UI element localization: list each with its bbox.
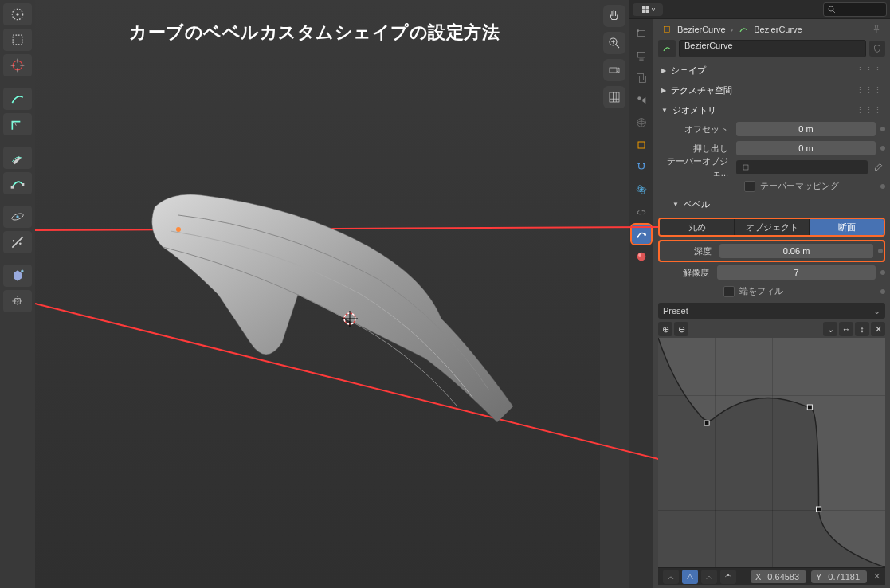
navigate-pan-icon[interactable] bbox=[603, 5, 625, 27]
svg-point-48 bbox=[644, 233, 646, 236]
section-texture-space[interactable]: ▶テクスチャ空間⋮⋮⋮ bbox=[658, 80, 885, 100]
fill-caps-checkbox[interactable] bbox=[723, 286, 735, 297]
breadcrumb-data: BezierCurve bbox=[754, 25, 802, 34]
arrows-v-icon[interactable]: ↕ bbox=[855, 322, 869, 336]
offset-input[interactable]: 0 m bbox=[736, 122, 876, 136]
offset-label: オフセット bbox=[658, 123, 735, 135]
tool-pen[interactable] bbox=[3, 147, 32, 169]
properties-tabs bbox=[629, 19, 653, 588]
bevel-mode-profile[interactable]: 断面 bbox=[810, 219, 884, 235]
section-geometry[interactable]: ▼ジオメトリ⋮⋮⋮ bbox=[658, 100, 885, 120]
navigate-zoom-icon[interactable] bbox=[603, 32, 625, 54]
beveled-curve-mesh bbox=[139, 183, 585, 438]
svg-point-47 bbox=[637, 236, 639, 238]
curve-datablock-icon[interactable] bbox=[658, 40, 676, 57]
svg-rect-32 bbox=[642, 10, 645, 13]
anim-dot[interactable] bbox=[880, 127, 885, 131]
bevel-preset-dropdown[interactable]: Preset ⌄ bbox=[658, 303, 885, 319]
point-x-input[interactable]: X0.64583 bbox=[751, 570, 806, 583]
resolution-input[interactable]: 7 bbox=[717, 265, 876, 280]
svg-rect-24 bbox=[610, 68, 617, 73]
section-bevel[interactable]: ▼ベベル bbox=[658, 194, 885, 214]
tab-viewlayer-icon[interactable] bbox=[632, 69, 651, 88]
anim-dot[interactable] bbox=[880, 289, 885, 294]
snap-free-icon[interactable] bbox=[663, 570, 679, 584]
properties-header: v bbox=[629, 0, 890, 19]
anim-dot[interactable] bbox=[880, 184, 885, 189]
bevel-mode-tabs: 丸め オブジェクト 断面 bbox=[658, 218, 885, 237]
tool-tilt[interactable] bbox=[3, 206, 32, 228]
point-y-input[interactable]: Y0.71181 bbox=[811, 570, 867, 583]
taper-mapping-checkbox[interactable] bbox=[744, 181, 755, 192]
tool-curve-edit[interactable] bbox=[3, 172, 32, 194]
bevel-profile-curve[interactable] bbox=[658, 338, 885, 567]
editor-type-dropdown[interactable]: v bbox=[633, 3, 663, 16]
svg-point-41 bbox=[637, 96, 641, 100]
properties-search[interactable] bbox=[823, 2, 887, 17]
tool-draw[interactable] bbox=[3, 88, 32, 110]
zoom-out-icon[interactable]: ⊖ bbox=[674, 322, 688, 336]
svg-point-34 bbox=[829, 6, 833, 11]
anim-dot[interactable] bbox=[880, 270, 885, 275]
svg-point-50 bbox=[638, 253, 641, 257]
snap-auto-icon[interactable] bbox=[720, 570, 736, 584]
depth-label: 深度 bbox=[661, 245, 718, 257]
taper-object-input[interactable] bbox=[736, 160, 868, 174]
extrude-input[interactable]: 0 m bbox=[736, 141, 876, 155]
taper-mapping-label: テーパーマッピング bbox=[760, 180, 839, 192]
tab-render-icon[interactable] bbox=[632, 24, 651, 43]
object-icon bbox=[661, 24, 672, 35]
tool-measure[interactable] bbox=[3, 113, 32, 135]
navigate-camera-icon[interactable] bbox=[603, 59, 625, 81]
tab-constraints-icon[interactable] bbox=[632, 202, 651, 221]
breadcrumb-object: BezierCurve bbox=[677, 25, 726, 34]
snap-grid-icon[interactable] bbox=[701, 570, 717, 584]
bevel-mode-round[interactable]: 丸め bbox=[660, 219, 735, 235]
curve-widget-toolbar: ⊕ ⊖ ⌄ ↔ ↕ ✕ bbox=[658, 320, 885, 338]
svg-rect-39 bbox=[637, 74, 644, 80]
tab-world-icon[interactable] bbox=[632, 113, 651, 132]
depth-input[interactable]: 0.06 m bbox=[719, 244, 873, 258]
arrows-h-icon[interactable]: ↔ bbox=[839, 322, 853, 336]
svg-rect-8 bbox=[11, 186, 14, 188]
tab-material-icon[interactable] bbox=[632, 247, 651, 266]
svg-point-11 bbox=[16, 215, 18, 218]
tool-add-primitive[interactable] bbox=[3, 265, 32, 287]
svg-rect-53 bbox=[704, 421, 709, 425]
curve-footer: X0.64583 Y0.71181 ✕ bbox=[658, 567, 885, 585]
svg-line-35 bbox=[833, 10, 836, 13]
bevel-mode-object[interactable]: オブジェクト bbox=[735, 219, 810, 235]
tab-scene-icon[interactable] bbox=[632, 91, 651, 110]
tool-cursor[interactable] bbox=[3, 54, 32, 76]
tool-randomize[interactable] bbox=[3, 231, 32, 253]
taper-label: テーパーオブジェ... bbox=[658, 155, 735, 179]
tab-output-icon[interactable] bbox=[632, 46, 651, 65]
svg-point-44 bbox=[640, 188, 643, 191]
pin-icon[interactable] bbox=[871, 24, 882, 35]
svg-rect-54 bbox=[807, 405, 812, 410]
fill-caps-row: 端をフィル bbox=[658, 283, 885, 300]
left-toolbar bbox=[0, 0, 35, 588]
close-icon[interactable]: ✕ bbox=[873, 571, 880, 582]
tab-modifier-icon[interactable] bbox=[632, 158, 651, 177]
section-shape[interactable]: ▶シェイプ⋮⋮⋮ bbox=[658, 61, 885, 80]
tool-select-tweak[interactable] bbox=[3, 3, 32, 25]
fake-user-icon[interactable] bbox=[869, 41, 885, 57]
tab-object-icon[interactable] bbox=[632, 135, 651, 155]
anim-dot[interactable] bbox=[880, 146, 885, 151]
navigate-perspective-icon[interactable] bbox=[603, 86, 625, 108]
tool-transform[interactable] bbox=[3, 290, 32, 312]
viewport-gizmo-strip bbox=[600, 0, 629, 588]
tool-select-box[interactable] bbox=[3, 29, 32, 51]
clip-icon[interactable]: ⌄ bbox=[823, 322, 837, 336]
viewport-3d[interactable]: カーブのベベルカスタムシェイプの設定方法 bbox=[35, 0, 600, 588]
datablock-name-input[interactable]: BezierCurve bbox=[679, 40, 866, 57]
svg-rect-25 bbox=[610, 92, 619, 102]
snap-vector-icon[interactable] bbox=[682, 570, 698, 584]
eyedropper-icon[interactable] bbox=[871, 160, 885, 174]
close-icon[interactable]: ✕ bbox=[871, 322, 885, 336]
tab-physics-icon[interactable] bbox=[632, 180, 651, 199]
zoom-in-icon[interactable]: ⊕ bbox=[658, 322, 672, 336]
anim-dot[interactable] bbox=[878, 249, 883, 253]
fill-caps-label: 端をフィル bbox=[739, 285, 783, 297]
